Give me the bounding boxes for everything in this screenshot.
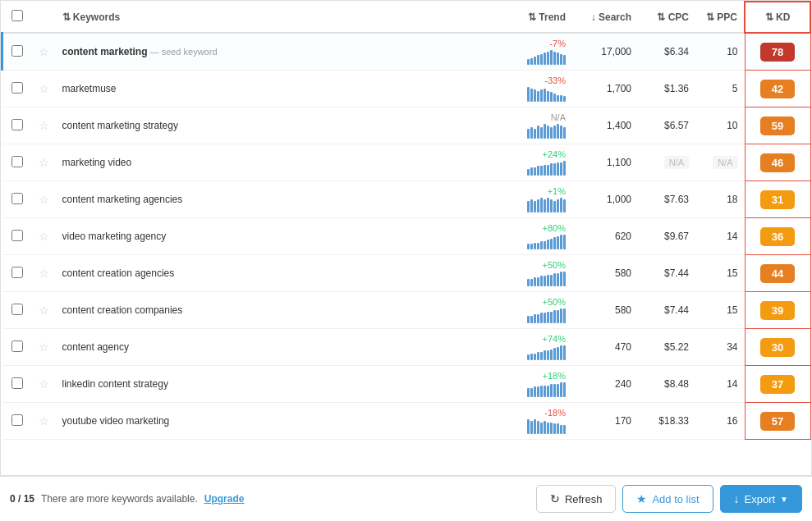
kd-col-label: KD [776,11,790,23]
cpc-cell: $8.48 [638,366,695,403]
header-keywords[interactable]: ⇅ Keywords [56,2,475,33]
keyword-cell: marketing video [56,144,475,181]
row-checkbox[interactable] [11,193,23,204]
keyword-cell: linkedin content strategy [56,366,475,403]
trend-mini-bars [527,272,566,286]
table-row: ☆content marketing agencies+1%1,000$7.63… [2,181,811,218]
star-icon[interactable]: ☆ [39,377,49,391]
star-icon[interactable]: ☆ [39,340,49,354]
trend-mini-bars [527,235,566,249]
ppc-cell: 10 [695,33,745,71]
keyword-cell: video marketing agency [56,218,475,255]
table-row: ☆linkedin content strategy+18%240$8.4814… [2,366,811,403]
trend-mini-bars [527,198,566,213]
search-cell: 1,700 [572,71,638,107]
kd-cell: 42 [745,71,810,107]
row-checkbox[interactable] [11,267,23,278]
search-cell: 17,000 [572,33,638,71]
trend-cell: -18% [474,403,572,440]
kd-badge: 31 [760,190,795,209]
keyword-cell: content marketing strategy [56,107,475,144]
upgrade-link[interactable]: Upgrade [204,493,245,505]
kd-cell: 30 [745,329,810,366]
table-row: ☆content marketing — seed keyword-7%17,0… [2,33,811,71]
header-cpc[interactable]: ⇅ CPC [638,2,695,33]
select-all-checkbox[interactable] [11,10,23,21]
row-checkbox-cell [2,33,32,71]
row-checkbox[interactable] [11,377,23,389]
row-checkbox[interactable] [11,230,23,241]
row-star-cell: ☆ [32,403,56,440]
row-checkbox[interactable] [11,82,23,94]
trend-mini-bars [527,419,566,434]
trend-mini-bars [527,50,566,65]
trend-mini-bars [527,382,566,397]
kd-cell: 59 [745,107,810,144]
ppc-cell: 34 [695,329,745,366]
cpc-col-label: CPC [668,11,689,23]
row-checkbox-cell [2,329,32,366]
search-cell: 580 [572,255,638,292]
trend-cell: -33% [474,71,572,107]
star-icon[interactable]: ☆ [39,82,49,95]
keyword-cell: content creation companies [56,292,475,329]
header-trend[interactable]: ⇅ Trend [474,2,572,33]
row-checkbox-cell [2,403,32,440]
star-icon[interactable]: ☆ [39,230,49,243]
keyword-cell: youtube video marketing [56,403,475,440]
add-to-list-button[interactable]: ★ Add to list [622,485,713,513]
ppc-cell: 16 [695,403,745,440]
sort-icon-trend: ⇅ [528,11,536,23]
search-cell: 1,400 [572,107,638,144]
trend-value: +74% [543,334,566,344]
header-kd[interactable]: ⇅ KD [745,2,810,33]
kd-cell: 46 [745,144,810,181]
star-icon[interactable]: ☆ [39,193,49,206]
footer-left: 0 / 15 There are more keywords available… [10,493,244,505]
trend-value: +18% [543,371,566,381]
export-button[interactable]: ↓ Export ▼ [720,485,802,513]
header-ppc[interactable]: ⇅ PPC [695,2,745,33]
row-checkbox[interactable] [11,156,23,167]
row-checkbox-cell [2,107,32,144]
row-checkbox[interactable] [11,340,23,352]
sort-icon-ppc: ⇅ [706,11,714,23]
trend-cell: +74% [474,329,572,366]
row-checkbox[interactable] [11,414,23,426]
refresh-button[interactable]: ↻ Refresh [536,485,617,513]
search-cell: 470 [572,329,638,366]
keywords-table-container[interactable]: ⇅ Keywords ⇅ Trend ↓ Search ⇅ CPC ⇅ PP [0,0,812,476]
trend-value: +80% [543,223,566,233]
cpc-cell: N/A [638,144,695,181]
trend-value: -33% [544,75,566,85]
row-checkbox[interactable] [11,45,23,57]
cpc-cell: $7.44 [638,255,695,292]
row-star-cell: ☆ [32,218,56,255]
trend-value: -7% [549,39,566,48]
trend-cell: +1% [474,181,572,218]
trend-mini-bars [527,345,566,360]
trend-mini-bars [527,87,566,102]
star-icon[interactable]: ☆ [39,304,49,317]
search-cell: 1,100 [572,144,638,181]
footer-message: There are more keywords available. [41,493,198,505]
keyword-cell: content marketing — seed keyword [56,33,475,71]
star-icon[interactable]: ☆ [39,267,49,280]
sort-icon-search: ↓ [591,11,596,23]
star-icon[interactable]: ☆ [39,156,49,169]
trend-value: +24% [543,149,566,159]
kd-cell: 78 [745,33,810,71]
footer-right: ↻ Refresh ★ Add to list ↓ Export ▼ [536,485,802,513]
star-icon[interactable]: ☆ [39,45,49,58]
star-icon[interactable]: ☆ [39,414,49,427]
ppc-cell: 5 [695,71,745,107]
star-icon[interactable]: ☆ [39,119,49,132]
row-star-cell: ☆ [32,366,56,403]
trend-cell: +18% [474,366,572,403]
seed-label: — seed keyword [148,47,218,57]
row-checkbox[interactable] [11,119,23,130]
row-checkbox[interactable] [11,304,23,315]
ppc-cell: N/A [695,144,745,181]
header-search[interactable]: ↓ Search [572,2,638,33]
table-header: ⇅ Keywords ⇅ Trend ↓ Search ⇅ CPC ⇅ PP [2,2,811,33]
